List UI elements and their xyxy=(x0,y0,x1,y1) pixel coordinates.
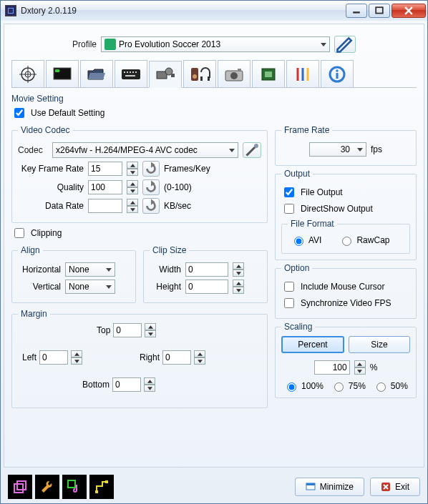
video-codec-group: Video Codec Codec x264vfw - H.264/MPEG-4… xyxy=(11,125,268,223)
tab-info[interactable] xyxy=(321,60,354,87)
file-output-checkbox[interactable]: File Output xyxy=(281,185,410,199)
bottom-btn-3[interactable] xyxy=(62,475,87,499)
data-rate-reset-button[interactable] xyxy=(142,198,160,214)
profile-combo[interactable]: Pro Evolution Soccer 2013 xyxy=(101,36,330,52)
include-mouse-checkbox[interactable]: Include Mouse Cursor xyxy=(281,280,410,294)
redo-icon xyxy=(143,179,159,195)
directshow-output-checkbox[interactable]: DirectShow Output xyxy=(281,202,410,216)
data-rate-spinner[interactable] xyxy=(127,199,138,213)
scale-50-radio[interactable]: 50% xyxy=(373,380,408,392)
clip-height-spinner[interactable] xyxy=(233,280,244,294)
scale-100-radio[interactable]: 100% xyxy=(283,380,324,392)
svg-rect-14 xyxy=(132,71,134,73)
svg-rect-16 xyxy=(125,75,135,76)
window-minimize-icon xyxy=(306,483,316,491)
edit-profile-button[interactable] xyxy=(334,36,356,53)
horizontal-align-combo[interactable]: None xyxy=(65,262,115,277)
tab-folder[interactable] xyxy=(80,60,113,87)
wrench-icon xyxy=(39,479,55,495)
titlebar: Dxtory 2.0.119 xyxy=(1,1,427,21)
svg-rect-28 xyxy=(265,71,272,77)
use-default-setting-checkbox[interactable]: Use Default Setting xyxy=(11,106,417,120)
margin-bottom-spinner[interactable] xyxy=(144,377,155,392)
quality-label: Quality xyxy=(18,182,84,192)
key-frame-rate-input[interactable] xyxy=(88,162,122,176)
svg-rect-11 xyxy=(124,71,125,73)
bottom-btn-4[interactable] xyxy=(89,475,114,499)
close-icon xyxy=(381,482,391,492)
bottom-btn-2[interactable] xyxy=(35,475,59,499)
margin-top-spinner[interactable] xyxy=(145,323,156,337)
scaling-spinner[interactable] xyxy=(354,360,366,375)
margin-top-input[interactable] xyxy=(113,323,142,337)
tab-hotkey[interactable] xyxy=(115,60,147,87)
scaling-size-button[interactable]: Size xyxy=(349,336,410,353)
tools-icon xyxy=(292,65,313,84)
output-group: Output File Output DirectShow Output Fil… xyxy=(275,169,417,260)
minimize-button[interactable]: Minimize xyxy=(295,478,364,496)
svg-point-36 xyxy=(254,144,258,148)
margin-left-input[interactable] xyxy=(39,350,68,365)
svg-rect-9 xyxy=(55,69,59,72)
close-window-button[interactable] xyxy=(391,4,426,18)
maximize-window-button[interactable] xyxy=(369,4,390,18)
camera-icon xyxy=(223,65,245,84)
tab-screenshot[interactable] xyxy=(218,60,251,87)
margin-right-spinner[interactable] xyxy=(194,350,205,365)
tab-target[interactable] xyxy=(11,60,44,87)
clip-width-spinner[interactable] xyxy=(233,262,244,277)
scaling-percent-button[interactable]: Percent xyxy=(281,336,344,353)
key-frame-rate-spinner[interactable] xyxy=(127,162,138,176)
monitor-icon xyxy=(52,65,73,84)
app-window: Dxtory 2.0.119 Profile Pro Evolution Soc… xyxy=(0,0,428,504)
svg-rect-12 xyxy=(127,71,128,73)
frame-rate-combo[interactable]: 30 xyxy=(309,142,366,157)
option-group: Option Include Mouse Cursor Synchronize … xyxy=(275,263,417,319)
camcorder-icon xyxy=(155,65,176,84)
margin-right-input[interactable] xyxy=(162,350,191,365)
vertical-align-combo[interactable]: None xyxy=(65,280,115,294)
clip-width-input[interactable] xyxy=(185,262,228,277)
profile-value: Pro Evolution Soccer 2013 xyxy=(119,39,220,49)
sync-video-fps-checkbox[interactable]: Synchronize Video FPS xyxy=(281,296,410,310)
quality-reset-button[interactable] xyxy=(142,179,160,195)
tab-advanced[interactable] xyxy=(286,60,319,87)
clipping-checkbox[interactable]: Clipping xyxy=(11,226,268,240)
file-format-group: File Format AVI RawCap xyxy=(281,219,410,254)
bottom-btn-1[interactable] xyxy=(8,475,32,499)
avi-radio[interactable]: AVI xyxy=(291,234,321,246)
media-note-icon xyxy=(67,479,82,495)
quality-input[interactable] xyxy=(88,180,122,194)
stack-icon xyxy=(12,479,28,495)
svg-rect-43 xyxy=(306,483,315,485)
scale-75-radio[interactable]: 75% xyxy=(331,380,366,392)
data-rate-input[interactable] xyxy=(88,199,122,213)
minimize-window-button[interactable] xyxy=(346,4,367,18)
tab-video[interactable] xyxy=(149,61,182,88)
margin-left-spinner[interactable] xyxy=(71,350,82,365)
tab-overlay[interactable] xyxy=(46,60,79,87)
codec-settings-button[interactable] xyxy=(243,142,261,158)
frame-rate-group: Frame Rate 30 fps xyxy=(275,125,417,166)
wand-icon xyxy=(243,142,261,159)
svg-rect-23 xyxy=(208,76,210,81)
chip-icon xyxy=(258,65,279,84)
svg-rect-33 xyxy=(336,73,339,79)
exit-button[interactable]: Exit xyxy=(370,478,420,496)
window-title: Dxtory 2.0.119 xyxy=(21,6,346,16)
rawcap-radio[interactable]: RawCap xyxy=(339,234,389,246)
tab-audio[interactable] xyxy=(183,60,216,87)
svg-rect-13 xyxy=(130,71,131,73)
path-icon xyxy=(94,479,110,495)
content-panel: Profile Pro Evolution Soccer 2013 xyxy=(4,24,424,468)
svg-rect-1 xyxy=(376,7,383,13)
clip-height-input[interactable] xyxy=(185,280,228,294)
margin-bottom-input[interactable] xyxy=(112,377,141,392)
scaling-value-input[interactable] xyxy=(314,360,350,375)
chevron-down-icon xyxy=(106,268,112,272)
profile-game-icon xyxy=(104,39,116,50)
key-frame-rate-reset-button[interactable] xyxy=(142,161,160,177)
tab-processor[interactable] xyxy=(252,60,285,87)
codec-combo[interactable]: x264vfw - H.264/MPEG-4 AVC codec xyxy=(52,142,238,158)
quality-spinner[interactable] xyxy=(127,180,138,194)
